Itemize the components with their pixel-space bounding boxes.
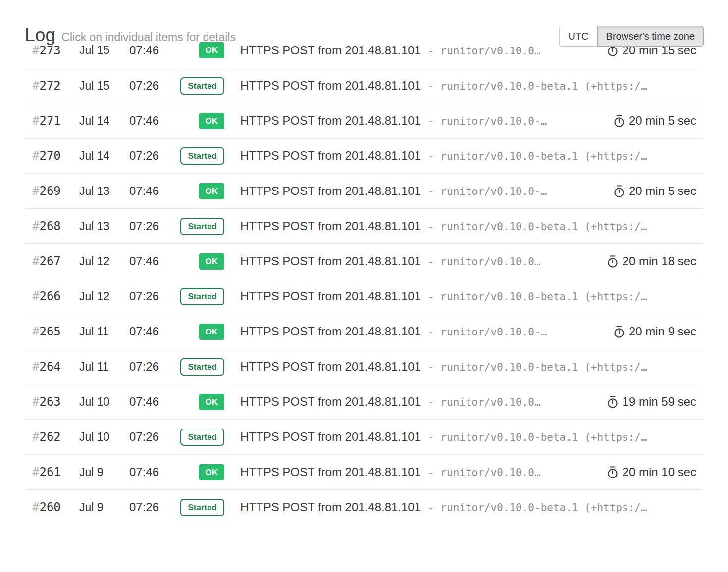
event-time: 07:26	[129, 289, 176, 303]
event-number-value: 261	[39, 465, 60, 479]
event-description: HTTPS POST from 201.48.81.101	[240, 500, 421, 514]
event-duration: 20 min 5 sec	[613, 184, 696, 198]
status-badge: Started	[180, 218, 224, 235]
event-description-cell: HTTPS POST from 201.48.81.101 - runitor/…	[240, 500, 696, 514]
event-number: #260	[32, 500, 79, 514]
event-date: Jul 12	[79, 255, 129, 268]
log-row[interactable]: #271 Jul 14 07:46 OK HTTPS POST from 201…	[25, 103, 703, 138]
log-row[interactable]: #267 Jul 12 07:46 OK HTTPS POST from 201…	[25, 243, 703, 279]
event-time: 07:26	[129, 149, 176, 163]
status-badge-cell: Started	[176, 429, 224, 446]
event-time: 07:46	[129, 465, 176, 479]
status-badge-cell: Started	[176, 77, 224, 95]
event-time: 07:46	[129, 114, 176, 128]
event-date: Jul 15	[79, 44, 129, 57]
duration-text: 20 min 18 sec	[623, 254, 696, 268]
log-page: LogClick on individual items for details…	[0, 0, 728, 572]
event-description-cell: HTTPS POST from 201.48.81.101 - runitor/…	[240, 430, 696, 444]
event-number-value: 262	[39, 430, 60, 444]
hash-prefix: #	[32, 149, 39, 163]
event-description: HTTPS POST from 201.48.81.101	[240, 325, 421, 338]
status-badge-cell: Started	[176, 499, 224, 516]
event-number-value: 267	[39, 254, 60, 268]
event-time: 07:46	[129, 395, 176, 409]
user-agent-text: - runitor/v0.10.0…	[428, 45, 541, 57]
event-number: #263	[32, 395, 79, 409]
hash-prefix: #	[32, 184, 39, 198]
event-date: Jul 12	[79, 290, 129, 303]
event-number-value: 271	[39, 114, 60, 128]
status-badge-cell: Started	[176, 218, 224, 235]
event-time: 07:46	[129, 254, 176, 268]
status-badge-cell: OK	[176, 113, 224, 129]
event-number: #265	[32, 325, 79, 338]
log-row[interactable]: #270 Jul 14 07:26 Started HTTPS POST fro…	[25, 138, 703, 173]
log-row[interactable]: #263 Jul 10 07:46 OK HTTPS POST from 201…	[25, 384, 703, 419]
duration-text: 20 min 10 sec	[623, 465, 696, 479]
user-agent-text: - runitor/v0.10.0-beta.1 (+https:/…	[428, 150, 647, 162]
timezone-toggle: UTC Browser's time zone	[559, 26, 704, 47]
event-date: Jul 9	[79, 466, 129, 479]
status-badge-cell: OK	[176, 183, 224, 199]
status-badge: Started	[180, 358, 224, 376]
event-number-value: 270	[39, 149, 60, 163]
event-description-cell: HTTPS POST from 201.48.81.101 - runitor/…	[240, 149, 696, 163]
hash-prefix: #	[32, 114, 39, 128]
event-description: HTTPS POST from 201.48.81.101	[240, 465, 421, 479]
event-description: HTTPS POST from 201.48.81.101	[240, 149, 421, 163]
event-date: Jul 13	[79, 185, 129, 198]
stopwatch-icon	[613, 185, 625, 198]
log-row[interactable]: #264 Jul 11 07:26 Started HTTPS POST fro…	[25, 349, 703, 384]
user-agent-text: - runitor/v0.10.0-…	[428, 186, 547, 197]
log-row[interactable]: #266 Jul 12 07:26 Started HTTPS POST fro…	[25, 279, 703, 314]
log-row[interactable]: #261 Jul 9 07:46 OK HTTPS POST from 201.…	[25, 454, 703, 489]
log-row[interactable]: #268 Jul 13 07:26 Started HTTPS POST fro…	[25, 208, 703, 243]
user-agent-text: - runitor/v0.10.0-beta.1 (+https:/…	[428, 431, 647, 443]
status-badge: Started	[180, 147, 224, 165]
utc-button[interactable]: UTC	[559, 26, 597, 47]
event-number: #267	[32, 254, 79, 268]
event-number-value: 260	[39, 500, 60, 514]
user-agent-text: - runitor/v0.10.0-beta.1 (+https:/…	[428, 502, 647, 514]
event-number-value: 272	[39, 79, 60, 93]
event-time: 07:46	[129, 184, 176, 198]
stopwatch-icon	[606, 466, 619, 479]
event-duration: 20 min 5 sec	[613, 114, 696, 128]
log-row[interactable]: #265 Jul 11 07:46 OK HTTPS POST from 201…	[25, 314, 703, 349]
event-date: Jul 14	[79, 114, 129, 128]
event-date: Jul 10	[79, 430, 129, 444]
event-time: 07:26	[129, 430, 176, 444]
status-badge: OK	[199, 183, 225, 199]
browser-timezone-button[interactable]: Browser's time zone	[597, 26, 704, 47]
event-number-value: 264	[39, 360, 60, 374]
log-row[interactable]: #269 Jul 13 07:46 OK HTTPS POST from 201…	[25, 173, 703, 208]
event-time: 07:26	[129, 79, 176, 93]
event-date: Jul 11	[79, 360, 129, 374]
hash-prefix: #	[32, 219, 39, 233]
event-number-value: 269	[39, 184, 60, 198]
log-row[interactable]: #260 Jul 9 07:26 Started HTTPS POST from…	[25, 489, 703, 524]
hash-prefix: #	[32, 465, 39, 479]
event-duration: 20 min 10 sec	[606, 465, 696, 479]
event-description-cell: HTTPS POST from 201.48.81.101 - runitor/…	[240, 79, 696, 93]
event-number: #269	[32, 184, 79, 198]
stopwatch-icon	[613, 325, 625, 338]
status-badge-cell: OK	[176, 464, 224, 480]
status-badge: Started	[180, 77, 224, 95]
duration-text: 19 min 59 sec	[623, 395, 696, 409]
event-number: #272	[32, 79, 79, 93]
event-description: HTTPS POST from 201.48.81.101	[240, 114, 421, 128]
event-date: Jul 11	[79, 325, 129, 338]
log-row[interactable]: #262 Jul 10 07:26 Started HTTPS POST fro…	[25, 419, 703, 454]
event-description-cell: HTTPS POST from 201.48.81.101 - runitor/…	[240, 289, 696, 303]
duration-text: 20 min 5 sec	[629, 184, 696, 198]
page-header: LogClick on individual items for details…	[0, 0, 728, 33]
event-description-cell: HTTPS POST from 201.48.81.101 - runitor/…	[240, 254, 597, 268]
user-agent-text: - runitor/v0.10.0-beta.1 (+https:/…	[428, 291, 647, 303]
event-time: 07:46	[129, 325, 176, 338]
hash-prefix: #	[32, 430, 39, 444]
log-row[interactable]: #272 Jul 15 07:26 Started HTTPS POST fro…	[25, 68, 703, 103]
user-agent-text: - runitor/v0.10.0-…	[428, 115, 547, 127]
status-badge: OK	[199, 324, 225, 340]
event-description: HTTPS POST from 201.48.81.101	[240, 289, 421, 303]
